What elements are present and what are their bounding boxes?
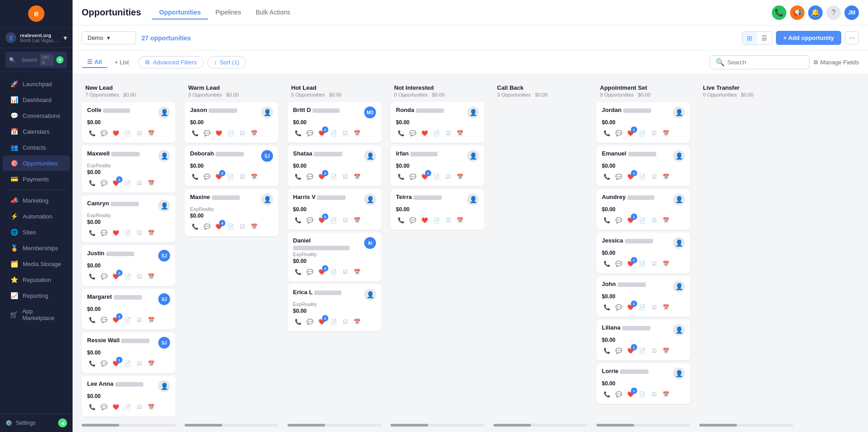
card-calendar-icon[interactable]: 📅: [352, 215, 362, 225]
card[interactable]: Maxine ████████ 👤 ExpReality $0.00 📞 💬 ❤…: [185, 189, 278, 236]
sidebar-item-launchpad[interactable]: 🚀Launchpad: [3, 76, 70, 92]
megaphone-button[interactable]: 📢: [790, 5, 805, 20]
card-phone-icon[interactable]: 📞: [602, 302, 612, 312]
tab-all-view[interactable]: ☰ All: [82, 57, 107, 68]
card-doc-icon[interactable]: 📄: [122, 402, 132, 412]
card[interactable]: Lorrie ████████ 👤 $0.00 📞 💬 ❤️1 📄 ☑ 📅: [596, 363, 690, 404]
card-heart-icon[interactable]: ❤️2: [111, 178, 121, 188]
card-sms-icon[interactable]: 💬: [305, 215, 315, 225]
column-scrollbar-hot-lead[interactable]: [288, 424, 381, 427]
card-heart-icon[interactable]: ❤️: [214, 128, 224, 138]
account-switcher[interactable]: 👤 realevent.org North Las Vegas, NV ▾: [0, 28, 73, 48]
card-heart-icon[interactable]: ❤️2: [111, 272, 121, 282]
card-calendar-icon[interactable]: 📅: [352, 128, 362, 138]
card-check-icon[interactable]: ☑: [134, 359, 144, 369]
tab-add-list[interactable]: + List: [109, 57, 134, 68]
card-phone-icon[interactable]: 📞: [602, 389, 612, 399]
card[interactable]: Jordan ████████ 👤 $0.00 📞 💬 ❤️1 📄 ☑ 📅: [596, 102, 690, 143]
card-heart-icon[interactable]: ❤️2: [317, 172, 327, 182]
card-phone-icon[interactable]: 📞: [602, 346, 612, 356]
sidebar-item-calendars[interactable]: 📅Calendars: [3, 124, 70, 139]
card-calendar-icon[interactable]: 📅: [661, 215, 671, 225]
card-calendar-icon[interactable]: 📅: [146, 402, 156, 412]
card[interactable]: Camryn ████████ 👤 ExpReality $0.00 📞 💬 ❤…: [82, 195, 176, 243]
card-calendar-icon[interactable]: 📅: [146, 128, 156, 138]
add-opportunity-button[interactable]: + Add opportunity: [776, 31, 841, 45]
card[interactable]: Irfan ████ 👤 $0.00 📞 💬 ❤️1 📄 ☑ 📅: [390, 146, 484, 186]
card-heart-icon[interactable]: ❤️1: [111, 359, 121, 369]
card-sms-icon[interactable]: 💬: [99, 402, 109, 412]
card-heart-icon[interactable]: ❤️1: [625, 128, 635, 138]
card-doc-icon[interactable]: 📄: [122, 128, 132, 138]
sidebar-item-automation[interactable]: ⚡Automation: [3, 209, 70, 224]
card[interactable]: Harris V ████████ 👤 $0.00 📞 💬 ❤️2 📄 ☑ 📅: [288, 189, 381, 230]
card-calendar-icon[interactable]: 📅: [661, 172, 671, 182]
card-calendar-icon[interactable]: 📅: [249, 172, 259, 182]
card-phone-icon[interactable]: 📞: [396, 215, 406, 225]
card-sms-icon[interactable]: 💬: [99, 272, 109, 282]
card-calendar-icon[interactable]: 📅: [352, 172, 362, 182]
card-phone-icon[interactable]: 📞: [190, 128, 200, 138]
card-check-icon[interactable]: ☑: [134, 402, 144, 412]
card-phone-icon[interactable]: 📞: [602, 259, 612, 269]
sidebar-search-box[interactable]: 🔍 Search ctrl K +: [5, 52, 67, 68]
card-heart-icon[interactable]: ❤️: [419, 128, 429, 138]
card-sms-icon[interactable]: 💬: [408, 172, 418, 182]
card-calendar-icon[interactable]: 📅: [455, 172, 465, 182]
card-check-icon[interactable]: ☑: [649, 389, 659, 399]
card-calendar-icon[interactable]: 📅: [455, 128, 465, 138]
card-phone-icon[interactable]: 📞: [293, 215, 303, 225]
card-doc-icon[interactable]: 📄: [431, 128, 441, 138]
sidebar-item-media-storage[interactable]: 🗂️Media Storage: [3, 256, 70, 272]
sort-button[interactable]: ↕ Sort (1): [207, 56, 246, 68]
card-check-icon[interactable]: ☑: [649, 302, 659, 312]
card-doc-icon[interactable]: 📄: [328, 128, 338, 138]
card-phone-icon[interactable]: 📞: [87, 128, 97, 138]
card-doc-icon[interactable]: 📄: [637, 215, 647, 225]
card-check-icon[interactable]: ☑: [649, 346, 659, 356]
sidebar-item-memberships[interactable]: 🏅Memberships: [3, 240, 70, 256]
card-check-icon[interactable]: ☑: [340, 317, 350, 327]
card-doc-icon[interactable]: 📄: [328, 267, 338, 277]
card-phone-icon[interactable]: 📞: [293, 267, 303, 277]
card-heart-icon[interactable]: ❤️1: [625, 259, 635, 269]
sidebar-item-conversations[interactable]: 💬Conversations: [3, 108, 70, 123]
card-phone-icon[interactable]: 📞: [87, 402, 97, 412]
sidebar-item-reputation[interactable]: ⭐Reputation: [3, 272, 70, 287]
card-doc-icon[interactable]: 📄: [225, 172, 235, 182]
card-doc-icon[interactable]: 📄: [637, 172, 647, 182]
card[interactable]: Britt D ████ MD $0.00 📞 💬 ❤️2 📄 ☑ 📅: [288, 102, 381, 143]
card[interactable]: Emanuel ████████ 👤 $0.00 📞 💬 ❤️1 📄 ☑ 📅: [596, 146, 690, 186]
card-heart-icon[interactable]: ❤️: [111, 228, 121, 238]
column-scrollbar-call-back[interactable]: [493, 424, 587, 427]
card-phone-icon[interactable]: 📞: [602, 215, 612, 225]
card-calendar-icon[interactable]: 📅: [455, 215, 465, 225]
tab-opportunities[interactable]: Opportunities: [152, 6, 208, 19]
card-check-icon[interactable]: ☑: [237, 222, 247, 232]
tab-bulk-actions[interactable]: Bulk Actions: [249, 6, 297, 19]
card-phone-icon[interactable]: 📞: [87, 228, 97, 238]
card-sms-icon[interactable]: 💬: [202, 172, 212, 182]
card-sms-icon[interactable]: 💬: [614, 128, 624, 138]
card-calendar-icon[interactable]: 📅: [146, 228, 156, 238]
card-calendar-icon[interactable]: 📅: [352, 267, 362, 277]
card-doc-icon[interactable]: 📄: [431, 172, 441, 182]
card-heart-icon[interactable]: ❤️1: [419, 172, 429, 182]
card-check-icon[interactable]: ☑: [443, 215, 453, 225]
card[interactable]: Shataa ████████ 👤 $0.00 📞 💬 ❤️2 📄 ☑ 📅: [288, 146, 381, 186]
card-heart-icon[interactable]: ❤️1: [111, 315, 121, 325]
card-check-icon[interactable]: ☑: [443, 172, 453, 182]
card-calendar-icon[interactable]: 📅: [249, 222, 259, 232]
card-sms-icon[interactable]: 💬: [408, 128, 418, 138]
card-calendar-icon[interactable]: 📅: [661, 128, 671, 138]
card-sms-icon[interactable]: 💬: [305, 267, 315, 277]
card[interactable]: Jessica ████████ 👤 $0.00 📞 💬 ❤️1 📄 ☑ 📅: [596, 233, 690, 273]
column-scrollbar-appointment-set[interactable]: [596, 424, 690, 427]
sidebar-settings[interactable]: ⚙️ Settings ◀: [0, 413, 73, 432]
user-avatar[interactable]: JM: [844, 5, 859, 20]
card-check-icon[interactable]: ☑: [340, 172, 350, 182]
card-phone-icon[interactable]: 📞: [396, 128, 406, 138]
card-phone-icon[interactable]: 📞: [396, 172, 406, 182]
card-calendar-icon[interactable]: 📅: [146, 178, 156, 188]
card[interactable]: Jason ████████ 👤 $0.00 📞 💬 ❤️ 📄 ☑ 📅: [185, 102, 278, 143]
